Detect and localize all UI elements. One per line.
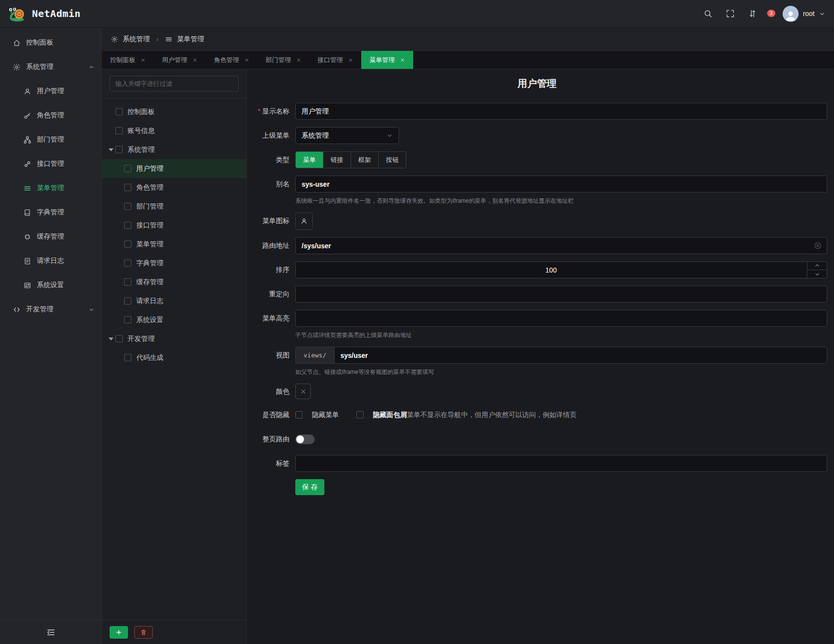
checkbox[interactable] [115, 127, 123, 134]
tree-node[interactable]: 菜单管理 [102, 235, 246, 254]
tree-filter-input[interactable] [110, 76, 239, 92]
key-icon [23, 112, 32, 120]
checkbox[interactable] [124, 259, 131, 267]
type-radio-group: 菜单 链接 框架 按钮 [295, 151, 406, 168]
tab-apis[interactable]: 接口管理 [309, 51, 361, 69]
caret-down-icon[interactable] [107, 338, 115, 340]
close-icon[interactable] [400, 58, 405, 63]
tree-node[interactable]: 接口管理 [102, 216, 246, 235]
tree-node[interactable]: 开发管理 [102, 329, 246, 348]
tree-node[interactable]: 控制面板 [102, 102, 246, 121]
checkbox[interactable] [124, 354, 131, 361]
checkbox[interactable] [124, 203, 131, 210]
checkbox[interactable] [124, 165, 131, 172]
alias-input[interactable] [295, 176, 827, 193]
delete-menu-button[interactable] [134, 626, 153, 639]
tree-node-selected[interactable]: 用户管理 [102, 159, 246, 178]
close-icon[interactable] [244, 58, 249, 63]
tree-node[interactable]: 代码生成 [102, 348, 246, 367]
highlight-input[interactable] [295, 310, 827, 327]
hide-breadcrumb-checkbox[interactable] [356, 411, 364, 419]
tree-node[interactable]: 部门管理 [102, 197, 246, 216]
close-icon[interactable] [296, 58, 301, 63]
full-page-toggle[interactable] [295, 435, 315, 444]
fullscreen-icon[interactable] [725, 9, 735, 18]
add-menu-button[interactable] [110, 626, 128, 639]
sidebar-item-settings[interactable]: 系统设置 [0, 273, 101, 297]
sidebar-item-departments[interactable]: 部门管理 [0, 128, 101, 152]
tree-node[interactable]: 缓存管理 [102, 273, 246, 291]
user-menu[interactable]: root [783, 6, 825, 22]
checkbox[interactable] [115, 335, 123, 342]
breadcrumb-page: 菜单管理 [177, 35, 204, 44]
code-icon [13, 306, 21, 314]
display-name-input[interactable] [295, 103, 827, 120]
avatar [783, 6, 799, 22]
gear-icon [13, 63, 21, 71]
tree-node[interactable]: 账号信息 [102, 121, 246, 140]
sidebar-item-system[interactable]: 系统管理 [0, 55, 101, 79]
search-icon[interactable] [703, 9, 713, 18]
checkbox[interactable] [124, 222, 131, 229]
stepper-up-icon[interactable] [807, 261, 827, 270]
checkbox[interactable] [124, 316, 131, 323]
close-icon[interactable] [348, 58, 353, 63]
hide-breadcrumb-label: 隐藏面包屑 [373, 411, 407, 419]
breadcrumb: 系统管理 › 菜单管理 [102, 28, 834, 51]
tab-roles[interactable]: 角色管理 [206, 51, 257, 69]
save-button[interactable]: 保 存 [295, 479, 324, 495]
tab-users[interactable]: 用户管理 [154, 51, 206, 69]
sidebar-item-dictionaries[interactable]: 字典管理 [0, 200, 101, 225]
sidebar-item-request-logs[interactable]: 请求日志 [0, 249, 101, 273]
tree-node[interactable]: 角色管理 [102, 178, 246, 197]
chevron-down-icon [819, 11, 825, 17]
sort-input[interactable] [295, 261, 827, 278]
book-icon [23, 209, 32, 217]
view-input[interactable] [334, 347, 827, 364]
tab-dashboard[interactable]: 控制面板 [102, 51, 154, 69]
sidebar-item-apis[interactable]: 接口管理 [0, 152, 101, 176]
caret-down-icon[interactable] [107, 148, 115, 151]
tab-departments[interactable]: 部门管理 [257, 51, 309, 69]
log-file-icon [23, 257, 32, 265]
menu-list-icon [23, 184, 32, 193]
hide-menu-checkbox[interactable] [295, 411, 303, 419]
checkbox[interactable] [124, 297, 131, 305]
sidebar-item-users[interactable]: 用户管理 [0, 79, 101, 103]
color-picker-button[interactable] [295, 384, 311, 399]
stepper-down-icon[interactable] [807, 270, 827, 278]
checkbox[interactable] [124, 184, 131, 191]
collapse-sidebar-icon[interactable] [46, 628, 56, 637]
sidebar-item-cache[interactable]: 缓存管理 [0, 225, 101, 249]
sidebar-footer [0, 620, 101, 644]
sidebar-item-dashboard[interactable]: 控制面板 [0, 31, 101, 55]
redirect-input[interactable] [295, 286, 827, 303]
checkbox[interactable] [124, 241, 131, 248]
close-icon[interactable] [192, 58, 197, 63]
checkbox[interactable] [115, 108, 123, 115]
tree-node[interactable]: 字典管理 [102, 254, 246, 273]
tab-menus[interactable]: 菜单管理 [361, 51, 413, 69]
checkbox[interactable] [115, 146, 123, 153]
sort-arrows-icon[interactable] [748, 9, 757, 18]
sidebar-item-development[interactable]: 开发管理 [0, 297, 101, 322]
tree-node[interactable]: 系统设置 [102, 310, 246, 329]
breadcrumb-section[interactable]: 系统管理 [123, 35, 150, 44]
menu-icon-picker-button[interactable] [295, 212, 313, 230]
home-icon [13, 39, 21, 47]
type-option-link[interactable]: 链接 [323, 152, 351, 168]
app-logo[interactable]: NetAdmin [9, 5, 80, 22]
parent-menu-select[interactable]: 系统管理 [295, 127, 399, 144]
tag-input[interactable] [295, 455, 827, 472]
clear-icon[interactable] [814, 242, 822, 250]
tree-node[interactable]: 系统管理 [102, 140, 246, 159]
route-input[interactable] [295, 237, 827, 254]
type-option-frame[interactable]: 框架 [351, 152, 378, 168]
type-option-button[interactable]: 按钮 [378, 152, 406, 168]
sidebar-item-roles[interactable]: 角色管理 [0, 103, 101, 128]
tree-node[interactable]: 请求日志 [102, 291, 246, 310]
checkbox[interactable] [124, 278, 131, 286]
sidebar-item-menus[interactable]: 菜单管理 [0, 176, 101, 200]
type-option-menu[interactable]: 菜单 [296, 152, 323, 168]
close-icon[interactable] [141, 58, 145, 63]
